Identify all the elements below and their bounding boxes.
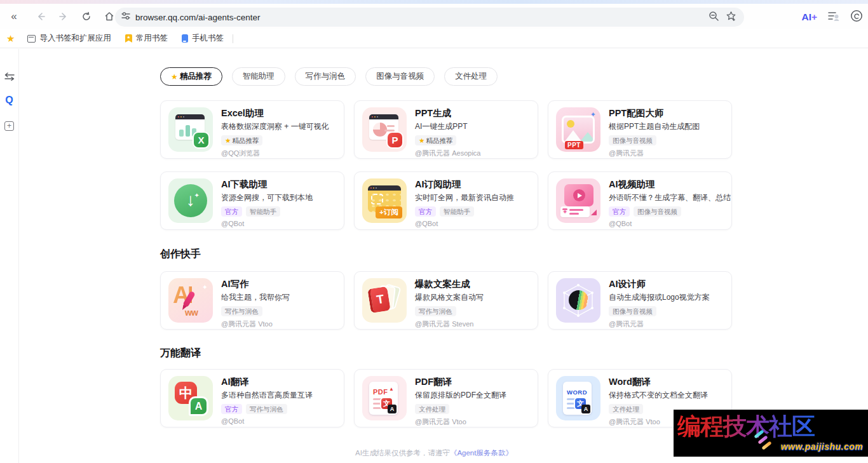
reload-icon[interactable] [78, 8, 95, 25]
tab-image-av[interactable]: 图像与音视频 [365, 67, 435, 86]
bookmark-phone[interactable]: 手机书签 [177, 31, 229, 46]
bookmark-common[interactable]: ★ 常用书签 [120, 31, 173, 46]
card-desc: 外语听不懂？生成字幕、翻译、总结 [609, 193, 724, 203]
card-author: @腾讯元器 Vtoo [415, 417, 506, 427]
card-desc: 多语种自然语言高质量互译 [221, 391, 313, 400]
ppt-image-master-icon: ✦ PPT [556, 107, 600, 152]
card-author: @QBot [221, 220, 313, 227]
card-title: AI翻译 [221, 377, 313, 387]
card-title: Excel助理 [221, 108, 329, 119]
card-ai-subscribe[interactable]: +订阅 AI订阅助理 实时盯全网，最新资讯自动推 官方 智能助手 @QBot [354, 171, 538, 230]
card-author: @腾讯元器 [609, 149, 700, 158]
ai-writing-icon: AI ww ✦ [168, 278, 213, 323]
sparkle-icon: ✦ [202, 283, 208, 292]
ai-translate-icon: 中 A [168, 376, 213, 420]
card-ppt-generate[interactable]: P PPT生成 AI一键生成PPT ★精品推荐 @腾讯元器 Aesopica [354, 100, 538, 159]
url-text[interactable]: browser.qq.com/ai-agents-center [135, 13, 709, 22]
card-title: 爆款文案生成 [415, 279, 484, 290]
sparkle-icon: ✦ [194, 192, 200, 199]
ai-plus-button[interactable]: AI+ [801, 11, 817, 23]
bookmark-star-icon[interactable] [726, 11, 736, 24]
official-badge: 官方 [221, 206, 242, 217]
ai-designer-icon [556, 278, 600, 323]
card-title: AI写作 [221, 279, 290, 290]
card-title: AI订阅助理 [415, 179, 514, 190]
card-desc: 保持格式不变的文档全文翻译 [609, 391, 708, 400]
card-author: @腾讯元器 Vtoo [221, 319, 290, 329]
official-badge: 官方 [221, 404, 242, 414]
tab-smart-assistant[interactable]: 智能助理 [232, 67, 285, 86]
viral-copywriting-icon: T [362, 278, 407, 323]
zoom-out-icon[interactable] [709, 11, 719, 24]
card-author: @腾讯元器 Aesopica [415, 149, 480, 158]
card-desc: 表格数据深度洞察 + 一键可视化 [221, 122, 329, 131]
word-translate-icon: WORD 文A [556, 376, 600, 420]
card-pdf-translate[interactable]: PDF ▲ 文A PDF翻译 保留原排版的PDF全文翻译 文件处理 @腾讯元器 … [354, 369, 538, 427]
agents-grid: X Excel助理 表格数据深度洞察 + 一键可视化 ★精品推荐 @QQ浏览器 … [160, 100, 732, 427]
card-author: @QBot [609, 220, 724, 227]
card-desc: 资源全网搜，可下载到本地 [221, 193, 313, 203]
url-bar[interactable]: browser.qq.com/ai-agents-center [115, 8, 744, 27]
bookmark-import[interactable]: 导入书签和扩展应用 [22, 31, 116, 46]
card-desc: AI一键生成PPT [415, 122, 480, 131]
tab-featured[interactable]: ★精品推荐 [160, 67, 222, 86]
card-desc: 根据PPT主题自动生成配图 [609, 122, 700, 131]
tab-file-processing[interactable]: 文件处理 [444, 67, 498, 86]
category-badge: 写作与润色 [246, 404, 287, 414]
category-badge: 文件处理 [609, 404, 643, 414]
card-desc: 自动生成海报或Logo视觉方案 [609, 293, 710, 302]
watermark-url: www.paijishu.com [780, 441, 863, 452]
card-desc: 爆款风格文案自动写 [415, 293, 484, 302]
card-author: @腾讯元器 [609, 319, 710, 329]
ppt-generate-icon: P [362, 107, 407, 152]
import-window-icon [27, 35, 36, 43]
card-ai-translate[interactable]: 中 A AI翻译 多语种自然语言高质量互译 官方 写作与润色 @QBot [160, 369, 344, 427]
official-badge: 官方 [609, 206, 630, 217]
reading-list-icon[interactable] [827, 10, 840, 24]
category-tabs: ★精品推荐 智能助理 写作与润色 图像与音视频 文件处理 [160, 67, 498, 86]
card-title: AI下载助理 [221, 179, 313, 190]
excel-assistant-icon: X [168, 107, 213, 152]
blue-phone-icon [182, 34, 188, 43]
official-badge: 官方 [415, 206, 436, 217]
card-title: Word翻译 [609, 377, 708, 387]
pdf-translate-icon: PDF ▲ 文A [362, 376, 407, 420]
add-panel-icon[interactable]: + [3, 119, 17, 133]
category-badge: 写作与润色 [221, 306, 262, 316]
card-desc: 给我主题，我帮你写 [221, 293, 290, 302]
card-title: PPT配图大师 [609, 108, 700, 119]
card-viral-copywriting[interactable]: T 爆款文案生成 爆款风格文案自动写 写作与润色 @腾讯元器 Steven [354, 271, 538, 330]
section-translation: 万能翻译 [160, 347, 732, 360]
card-excel-assistant[interactable]: X Excel助理 表格数据深度洞察 + 一键可视化 ★精品推荐 @QQ浏览器 [160, 100, 344, 159]
profile-avatar-icon[interactable] [850, 10, 863, 25]
terms-link[interactable]: 《Agent服务条款》 [450, 449, 513, 457]
card-author: @QQ浏览器 [221, 149, 329, 158]
category-badge: 写作与润色 [415, 306, 456, 316]
watermark-text: 编程技术社区 [677, 411, 815, 443]
card-author: @QBot [221, 417, 313, 425]
swap-tabs-icon[interactable] [3, 70, 17, 84]
featured-star-icon: ★ [171, 72, 178, 81]
back-icon[interactable] [32, 8, 50, 25]
browser-toolbar: « browser.qq.com/ai-agents-center AI+ [0, 4, 868, 29]
featured-badge: ★精品推荐 [415, 135, 456, 145]
card-ai-video[interactable]: ✦ AI视频助理 外语听不懂？生成字幕、翻译、总结 官方 图像与音视频 @QBo… [548, 171, 732, 230]
favorites-star-icon[interactable]: ★ [6, 33, 15, 44]
left-sidebar: Q + [0, 49, 19, 463]
category-badge: 智能助手 [246, 206, 280, 217]
card-ai-writing[interactable]: AI ww ✦ AI写作 给我主题，我帮你写 写作与润色 @腾讯元器 Vtoo [160, 271, 344, 330]
card-ai-download[interactable]: ↓✦ AI下载助理 资源全网搜，可下载到本地 官方 智能助手 @QBot [160, 171, 344, 230]
card-desc: 保留原排版的PDF全文翻译 [415, 391, 506, 400]
watermark-banner: 编程技术社区 www.paijishu.com [674, 410, 868, 457]
card-title: PDF翻译 [415, 377, 506, 387]
category-badge: 智能助手 [440, 206, 474, 217]
card-ppt-image-master[interactable]: ✦ PPT PPT配图大师 根据PPT主题自动生成配图 图像与音视频 @腾讯元器 [548, 100, 732, 159]
collapse-sidebar-icon[interactable]: « [5, 8, 23, 25]
ai-download-icon: ↓✦ [168, 178, 213, 223]
card-ai-designer[interactable]: AI设计师 自动生成海报或Logo视觉方案 图像与音视频 @腾讯元器 [548, 271, 732, 330]
site-settings-icon[interactable] [121, 11, 130, 23]
tab-writing[interactable]: 写作与润色 [295, 67, 356, 86]
qq-browser-logo-icon[interactable]: Q [3, 93, 17, 107]
bookmarks-divider [233, 34, 233, 43]
forward-icon[interactable] [55, 8, 72, 25]
